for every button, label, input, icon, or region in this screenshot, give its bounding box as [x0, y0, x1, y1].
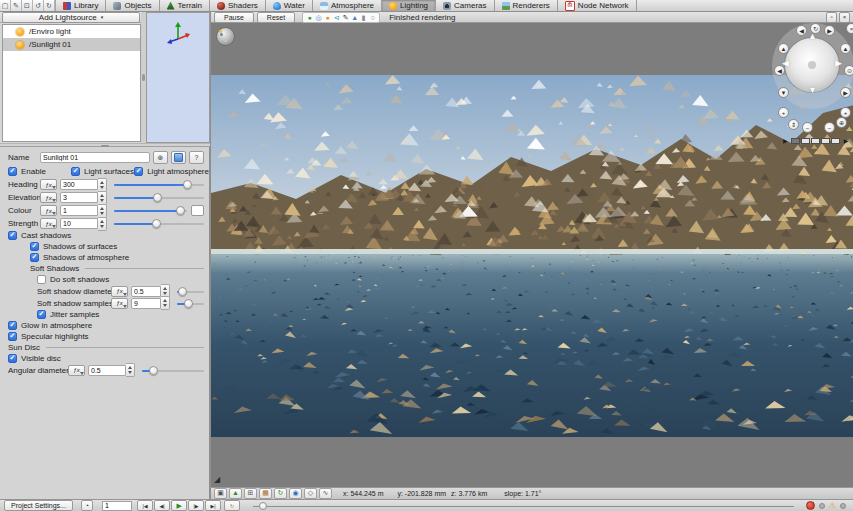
material-icon[interactable]: ▦ [259, 488, 272, 499]
heading-slider[interactable] [114, 179, 204, 190]
fx-button[interactable]: ƒx [111, 298, 128, 309]
elevation-stepper[interactable] [98, 191, 107, 205]
do-soft-shadows-checkbox[interactable] [37, 275, 46, 284]
colour-stepper[interactable] [98, 204, 107, 218]
tab-cameras[interactable]: Cameras [436, 0, 494, 11]
speed-left-arrow-icon[interactable]: ▶ [783, 137, 788, 144]
look-at-button[interactable]: ⊙ [844, 65, 853, 76]
pan-down-arrow-icon[interactable]: ▼ [808, 86, 817, 95]
redo-icon[interactable]: ↻ [44, 0, 55, 11]
warning-icon[interactable]: ⚠ [829, 502, 836, 510]
elevation-slider[interactable] [114, 192, 204, 203]
colour-swatch[interactable] [191, 205, 204, 216]
refresh-icon[interactable]: ↻ [274, 488, 287, 499]
enable-checkbox[interactable] [8, 167, 17, 176]
tab-nodenetwork[interactable]: Node Network [558, 0, 637, 11]
zoom-in-left-button[interactable]: + [778, 107, 789, 118]
clock-icon[interactable]: ◔ [81, 500, 93, 511]
speed-cell[interactable] [791, 138, 800, 144]
strength-slider[interactable] [114, 218, 204, 229]
fx-button[interactable]: ƒx [40, 179, 57, 190]
name-input[interactable] [40, 152, 150, 163]
colour-input[interactable] [60, 205, 98, 216]
profile-icon[interactable]: ∿ [319, 488, 332, 499]
compass-sphere[interactable] [785, 38, 839, 92]
shadows-of-atmosphere-checkbox[interactable] [30, 253, 39, 262]
speed-cell[interactable] [831, 138, 840, 144]
region-icon[interactable]: ◇ [304, 488, 317, 499]
angular-diameter-input[interactable] [88, 365, 126, 376]
speed-cell[interactable] [801, 138, 810, 144]
fx-button[interactable]: ƒx [40, 205, 57, 216]
tab-objects[interactable]: Objects [106, 0, 159, 11]
elevation-input[interactable] [60, 192, 98, 203]
figure-toggle-icon[interactable]: ▲ [350, 13, 359, 22]
render-quality-icon[interactable]: ● [305, 13, 314, 22]
lightsource-item[interactable]: /Enviro light [3, 25, 140, 38]
cast-shadows-checkbox[interactable] [8, 231, 17, 240]
visible-disc-checkbox[interactable] [8, 354, 17, 363]
soft-shadow-samples-input[interactable] [131, 298, 161, 309]
landscape-icon[interactable]: ▲ [229, 488, 242, 499]
soft-shadow-diameter-slider[interactable] [177, 286, 204, 297]
close-compass-button[interactable]: × [846, 23, 853, 34]
loop-toggle[interactable]: ↻ [224, 500, 240, 511]
frame-number-input[interactable] [102, 501, 132, 511]
fx-button[interactable]: ƒx [40, 192, 57, 203]
detach-view-icon[interactable]: ▫ [826, 12, 837, 23]
fx-button[interactable]: ƒx [40, 218, 57, 229]
shadows-of-surfaces-checkbox[interactable] [30, 242, 39, 251]
colour-slider[interactable] [114, 205, 187, 216]
annotate-toggle-icon[interactable]: ✎ [341, 13, 350, 22]
add-lightsource-button[interactable]: Add Lightsource ▾ [2, 12, 140, 23]
view-trackball-icon[interactable] [216, 27, 235, 46]
strength-stepper[interactable] [98, 217, 107, 231]
specular-highlights-checkbox[interactable] [8, 332, 17, 341]
soft-shadow-diameter-input[interactable] [131, 286, 161, 297]
play-button[interactable]: ▶ [171, 500, 187, 511]
angular-diameter-slider[interactable] [142, 365, 204, 376]
zoom-out-left-button[interactable]: − [802, 122, 813, 133]
lightsource-item[interactable]: /Sunlight 01 [3, 38, 140, 51]
speed-cell[interactable] [811, 138, 820, 144]
speed-right-arrow-icon[interactable]: ▶ [844, 137, 849, 144]
heading-input[interactable] [60, 179, 98, 190]
visibility-icon[interactable]: ◉ [289, 488, 302, 499]
error-indicator[interactable] [806, 501, 815, 510]
move-up-button[interactable]: ▲ [840, 43, 851, 54]
elevate-button[interactable]: ⇕ [788, 119, 799, 130]
new-project-icon[interactable]: ▢ [0, 0, 11, 11]
last-frame-button[interactable]: ▶| [205, 500, 221, 511]
tab-renderers[interactable]: Renderers [495, 0, 558, 11]
timeline-slider[interactable] [253, 501, 794, 511]
zoom-out-right-button[interactable]: − [824, 122, 835, 133]
glow-in-atmosphere-checkbox[interactable] [8, 321, 17, 330]
tab-library[interactable]: Library [56, 0, 106, 11]
soft-shadow-samples-slider[interactable] [177, 298, 204, 309]
first-frame-button[interactable]: |◀ [137, 500, 153, 511]
fx-button[interactable]: ƒx [68, 365, 85, 376]
lighting-toggle-icon[interactable]: ● [323, 13, 332, 22]
reset-button[interactable]: Reset [257, 12, 295, 23]
tab-shaders[interactable]: Shaders [210, 0, 266, 11]
atmosphere-toggle-icon[interactable]: ◎ [314, 13, 323, 22]
soft-shadow-diameter-stepper[interactable] [161, 284, 170, 298]
undo-icon[interactable]: ↺ [33, 0, 44, 11]
fx-button[interactable]: ƒx [111, 286, 128, 297]
heading-stepper[interactable] [98, 178, 107, 192]
orbit-left-button[interactable]: ◀ [774, 65, 785, 76]
soft-shadow-samples-stepper[interactable] [161, 296, 170, 310]
save-project-icon[interactable]: ⊡ [22, 0, 33, 11]
close-view-icon[interactable]: × [839, 12, 850, 23]
light-surfaces-checkbox[interactable] [71, 167, 80, 176]
tab-water[interactable]: Water [266, 0, 313, 11]
speed-cell[interactable] [821, 138, 830, 144]
lock-icon[interactable]: ▣ [214, 488, 227, 499]
canvas-resize-icon[interactable]: ◢ [214, 476, 220, 484]
help-button[interactable]: ? [189, 151, 204, 164]
angular-diameter-stepper[interactable] [126, 363, 135, 377]
rotate-left-button[interactable]: ◀ [796, 25, 807, 36]
flag-toggle-icon[interactable]: ⊲ [332, 13, 341, 22]
gear-icon[interactable]: ⊛ [153, 151, 168, 164]
pan-right-arrow-icon[interactable]: ▶ [835, 59, 842, 68]
